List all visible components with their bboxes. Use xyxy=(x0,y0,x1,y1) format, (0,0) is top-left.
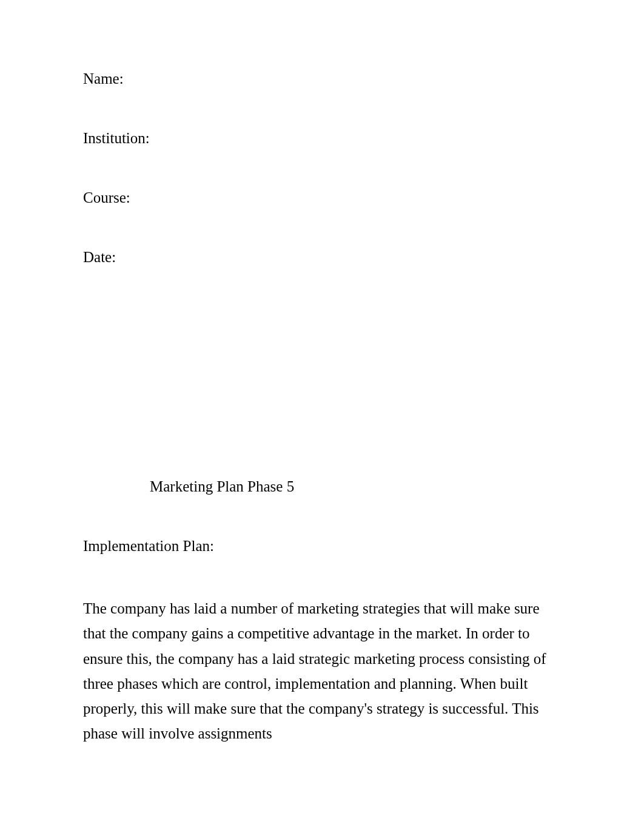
institution-label: Institution: xyxy=(83,130,561,147)
title-section: Marketing Plan Phase 5 xyxy=(83,478,561,495)
date-label: Date: xyxy=(83,249,561,266)
course-label: Course: xyxy=(83,189,561,206)
subheading: Implementation Plan: xyxy=(83,538,561,555)
name-label: Name: xyxy=(83,70,561,87)
document-title: Marketing Plan Phase 5 xyxy=(150,478,561,495)
body-paragraph: The company has laid a number of marketi… xyxy=(83,596,561,746)
